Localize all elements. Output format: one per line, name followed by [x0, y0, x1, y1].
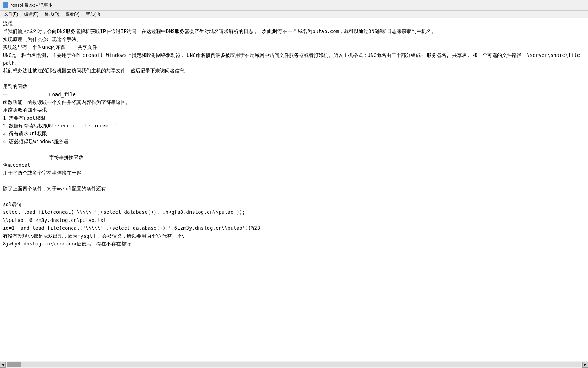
- title-bar: *dns外带.txt - 记事本: [0, 0, 588, 11]
- menu-edit[interactable]: 编辑(E): [21, 11, 41, 18]
- scroll-right-button[interactable]: ▶: [582, 362, 588, 368]
- scrollbar-track: [7, 362, 581, 367]
- menu-file[interactable]: 文件(F): [1, 11, 21, 18]
- menu-bar: 文件(F) 编辑(E) 格式(O) 查看(V) 帮助(H): [0, 11, 588, 18]
- menu-view[interactable]: 查看(V): [63, 11, 82, 18]
- menu-format[interactable]: 格式(O): [42, 11, 62, 18]
- scrollbar-thumb[interactable]: [7, 362, 21, 367]
- notepad-icon: [3, 2, 8, 8]
- horizontal-scrollbar[interactable]: ◀ ▶: [0, 361, 588, 368]
- window-title: *dns外带.txt - 记事本: [11, 2, 53, 8]
- text-content[interactable]: 流程 当我们输入域名时，会向DNS服务器解析获取IP在通过IP访问，在这过程中D…: [0, 18, 588, 361]
- menu-help[interactable]: 帮助(H): [83, 11, 103, 18]
- scroll-left-button[interactable]: ◀: [0, 362, 6, 368]
